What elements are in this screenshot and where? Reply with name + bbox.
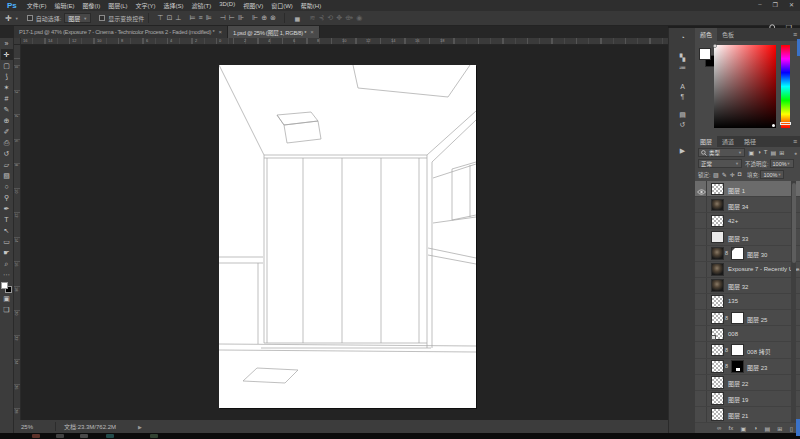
menu-item-4[interactable]: 文字(Y)	[135, 1, 155, 10]
layer-thumbnail[interactable]	[711, 199, 724, 212]
type-tool[interactable]: T	[1, 214, 13, 225]
align-icon-3-1[interactable]: ⊕	[261, 14, 267, 22]
menu-item-6[interactable]: 滤镜(T)	[191, 1, 211, 10]
layer-row-5[interactable]: Exposure 7 - Recently Use...	[695, 262, 800, 278]
blend-mode-dropdown[interactable]: 正常 ▼	[698, 159, 742, 168]
align-icon-0-0[interactable]: ⊤	[157, 14, 163, 22]
layer-row-13[interactable]: 图层 19	[695, 391, 800, 407]
history-brush-tool[interactable]: ↺	[1, 148, 13, 159]
layers-scrollbar-thumb[interactable]	[792, 183, 796, 263]
clone-stamp-tool[interactable]: ⎙	[1, 137, 13, 148]
layer-name[interactable]: 图层 34	[728, 202, 748, 211]
layer-row-3[interactable]: 图层 33	[695, 229, 800, 245]
layer-visibility-toggle[interactable]	[695, 213, 707, 228]
layer-name[interactable]: 图层 23	[747, 363, 767, 372]
menu-item-2[interactable]: 图像(I)	[82, 1, 100, 10]
filter-smart-icon[interactable]: ⊞	[779, 149, 784, 156]
adjustments-panel-icon[interactable]: ◔	[676, 33, 689, 43]
move-tool[interactable]: ✛	[1, 49, 13, 60]
layer-thumbnail[interactable]	[711, 247, 724, 260]
eyedropper-tool[interactable]: ✎	[1, 104, 13, 115]
menu-item-1[interactable]: 编辑(E)	[54, 1, 74, 10]
layer-thumbnail[interactable]	[711, 328, 724, 341]
magic-wand-tool[interactable]: ✶	[1, 82, 13, 93]
layer-visibility-toggle[interactable]	[695, 246, 707, 261]
layer-row-2[interactable]: 42+	[695, 213, 800, 229]
layer-name[interactable]: 008	[728, 331, 738, 337]
layer-visibility-toggle[interactable]	[695, 342, 707, 357]
restore-button[interactable]: ❐	[773, 1, 778, 8]
layer-mask-thumbnail[interactable]	[731, 360, 744, 373]
layer-filter-dropdown[interactable]: 类型 ▼	[698, 148, 745, 157]
character-panel-icon[interactable]: A	[676, 82, 689, 92]
new-layer-icon[interactable]: ⊞	[777, 425, 782, 432]
opacity-field[interactable]: 100%▼	[770, 159, 794, 168]
document-tab-1[interactable]: 1.psd @ 25% (图层 1, RGB/8) *×	[228, 26, 320, 38]
delete-layer-icon[interactable]: ▯	[790, 425, 793, 432]
layer-name[interactable]: 图层 25	[747, 315, 767, 324]
layer-visibility-toggle[interactable]	[695, 407, 707, 422]
align-icon-2-1[interactable]: ⊢	[229, 14, 235, 22]
layer-thumbnail[interactable]	[711, 183, 724, 196]
foreground-color-swatch[interactable]	[699, 48, 711, 60]
layer-mask-thumbnail[interactable]	[731, 344, 744, 357]
align-icon-1-2[interactable]: ⊫	[206, 14, 212, 22]
history-panel-icon[interactable]: ↺	[676, 120, 689, 130]
auto-select-checkbox[interactable]	[27, 15, 33, 21]
layer-name[interactable]: 图层 30	[747, 250, 767, 259]
menu-item-10[interactable]: 帮助(H)	[301, 1, 321, 10]
layer-name[interactable]: 图层 33	[728, 234, 748, 243]
layer-visibility-toggle[interactable]	[695, 181, 707, 196]
close-button[interactable]: ✕	[789, 1, 794, 8]
layer-effects-icon[interactable]: fx	[729, 425, 734, 431]
path-select-tool[interactable]: ↖	[1, 225, 13, 236]
layer-row-7[interactable]: 135	[695, 294, 800, 310]
layer-visibility-toggle[interactable]	[695, 294, 707, 309]
layer-visibility-toggle[interactable]	[695, 197, 707, 212]
info-panel-icon[interactable]: ≔	[676, 63, 689, 73]
align-icon-2-2[interactable]: ⊪	[238, 14, 244, 22]
menu-item-5[interactable]: 选择(S)	[163, 1, 183, 10]
quick-mask-tool[interactable]: ▣	[1, 293, 13, 304]
minimize-button[interactable]: –	[758, 1, 761, 8]
tool-preset-arrow[interactable]: ▼	[15, 16, 19, 21]
menu-item-7[interactable]: 3D(D)	[219, 1, 235, 10]
layer-row-10[interactable]: 8008 拷贝	[695, 342, 800, 358]
toolbar-foreground-swatch[interactable]	[1, 282, 8, 289]
layer-visibility-toggle[interactable]	[695, 278, 707, 293]
filter-type-icon[interactable]: T	[764, 149, 768, 156]
tab-layers[interactable]: 图层	[695, 136, 717, 147]
add-mask-icon[interactable]: ▣	[741, 425, 747, 432]
document-canvas[interactable]	[219, 65, 476, 408]
layer-thumbnail[interactable]	[711, 312, 724, 325]
vertical-ruler[interactable]: 0246810121416182022242628	[14, 45, 21, 420]
layer-visibility-toggle[interactable]	[695, 326, 707, 341]
layer-row-4[interactable]: 8图层 30	[695, 246, 800, 262]
menu-item-9[interactable]: 窗口(W)	[271, 1, 293, 10]
color-gradient-square[interactable]	[714, 45, 776, 128]
lock-all-icon[interactable]: ◘	[738, 171, 742, 178]
filter-shape-icon[interactable]: ▤	[770, 149, 776, 156]
lock-transparent-icon[interactable]: ▨	[713, 171, 719, 178]
menu-item-0[interactable]: 文件(F)	[27, 1, 47, 10]
zoom-level-field[interactable]: 25%	[21, 424, 55, 430]
layer-name[interactable]: 008 拷贝	[747, 347, 771, 356]
layer-visibility-toggle[interactable]	[695, 359, 707, 374]
new-group-icon[interactable]: ▤	[764, 425, 770, 432]
tab-color[interactable]: 颜色	[695, 28, 717, 41]
layer-thumbnail[interactable]	[711, 408, 724, 421]
layer-row-14[interactable]: 图层 21	[695, 407, 800, 423]
layer-visibility-toggle[interactable]	[695, 391, 707, 406]
layer-row-8[interactable]: 8图层 25	[695, 310, 800, 326]
eraser-tool[interactable]: ▱	[1, 159, 13, 170]
tab-channels[interactable]: 通道	[717, 136, 739, 147]
screen-mode-tool[interactable]: ❏	[1, 304, 13, 315]
align-icon-3-2[interactable]: ⊗	[270, 14, 276, 22]
zoom-tool[interactable]: ⌕	[1, 258, 13, 269]
layer-thumbnail[interactable]	[711, 263, 724, 276]
align-icon-1-0[interactable]: ⊨	[189, 14, 195, 22]
hand-tool[interactable]: ☛	[1, 247, 13, 258]
layer-name[interactable]: 图层 32	[728, 282, 748, 291]
blur-tool[interactable]: ○	[1, 181, 13, 192]
layer-thumbnail[interactable]	[711, 376, 724, 389]
